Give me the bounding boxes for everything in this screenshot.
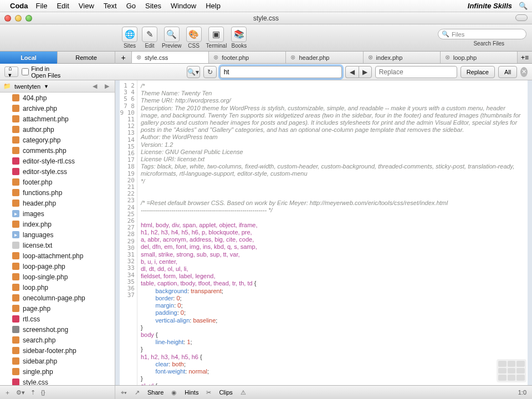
file-item[interactable]: header.php — [0, 198, 115, 208]
find-prev-button[interactable]: ◀ — [345, 66, 359, 78]
menu-file[interactable]: File — [36, 2, 48, 10]
find-input[interactable] — [220, 66, 342, 78]
share-label[interactable]: Share — [147, 389, 163, 396]
clips-label[interactable]: Clips — [219, 389, 232, 396]
toolbar-css[interactable]: 🎨CSS — [186, 27, 202, 49]
code-nav-button[interactable]: {} — [41, 389, 45, 396]
file-item[interactable]: onecolumn-page.php — [0, 293, 115, 303]
file-item[interactable]: editor-style-rtl.css — [0, 156, 115, 166]
file-item[interactable]: ▸images — [0, 208, 115, 219]
file-item[interactable]: license.txt — [0, 240, 115, 250]
sidebar-nav-back[interactable]: ⌂ ▾ — [4, 66, 18, 77]
find-options-button[interactable]: 🔍▾ — [187, 66, 200, 78]
file-tab-add[interactable]: +≡ — [518, 52, 532, 63]
file-item[interactable]: loop.php — [0, 282, 115, 293]
file-tab[interactable]: ⊗index.php — [364, 52, 441, 63]
file-item[interactable]: category.php — [0, 135, 115, 145]
replace-button[interactable]: Replace — [461, 66, 495, 78]
toolbar-books[interactable]: 📚Books — [231, 27, 247, 49]
find-wrap-button[interactable]: ↻ — [203, 66, 217, 78]
sidebar-nav-prev[interactable]: ◀ — [90, 83, 99, 90]
menu-help[interactable]: Help — [206, 2, 221, 10]
close-tab-icon[interactable]: ⊗ — [290, 54, 295, 61]
clips-icon: ✂ — [206, 389, 211, 396]
code-content[interactable]: /* Theme Name: Twenty Ten Theme URI: htt… — [137, 80, 528, 386]
replace-all-button[interactable]: All — [498, 66, 517, 78]
toolbar-terminal[interactable]: ▣Terminal — [206, 27, 227, 49]
editor-scrollbar[interactable] — [528, 80, 532, 386]
close-tab-icon[interactable]: ⊗ — [368, 54, 373, 61]
file-item[interactable]: loop-attachment.php — [0, 250, 115, 261]
file-item-name: functions.php — [23, 189, 62, 197]
file-item[interactable]: sidebar.php — [0, 356, 115, 366]
file-item[interactable]: page.php — [0, 303, 115, 314]
search-files-input[interactable]: 🔍 Files — [438, 29, 526, 39]
file-tab[interactable]: ⊗loop.php — [441, 52, 518, 63]
menu-window[interactable]: Window — [171, 2, 196, 10]
location-tab-local[interactable]: Local — [0, 52, 58, 64]
file-item-name: page.php — [23, 305, 50, 313]
sidebar-nav-next[interactable]: ▶ — [103, 83, 111, 90]
file-item[interactable]: loop-single.php — [0, 272, 115, 282]
php-icon — [12, 305, 19, 312]
menu-text[interactable]: Text — [104, 2, 117, 10]
close-tab-icon[interactable]: ⊗ — [136, 54, 141, 61]
close-tab-icon[interactable]: ⊗ — [213, 54, 218, 61]
replace-input[interactable] — [375, 66, 457, 78]
find-in-open-files-check[interactable] — [22, 68, 29, 75]
file-tab[interactable]: ⊗footer.php — [209, 52, 286, 63]
file-item[interactable]: single.php — [0, 366, 115, 377]
file-item-name: footer.php — [23, 178, 52, 186]
file-item[interactable]: functions.php — [0, 187, 115, 198]
hints-label[interactable]: Hints — [185, 389, 198, 396]
system-menubar: Coda File Edit View Text Go Sites Window… — [0, 0, 532, 12]
symbol-popup-button[interactable]: ⌖▾ — [121, 389, 127, 396]
file-item-name: 404.php — [23, 94, 47, 102]
spotlight-icon[interactable]: 🔍 — [519, 2, 528, 10]
file-item[interactable]: sidebar-footer.php — [0, 345, 115, 356]
file-item[interactable]: loop-page.php — [0, 261, 115, 272]
toolbar-toggle-button[interactable] — [515, 14, 528, 21]
file-item[interactable]: 404.php — [0, 93, 115, 103]
file-item[interactable]: screenshot.png — [0, 324, 115, 335]
location-tab-add[interactable]: + — [115, 52, 132, 64]
file-item-name: loop.php — [23, 284, 48, 291]
close-findbar-button[interactable]: ✕ — [520, 67, 528, 77]
find-next-button[interactable]: ▶ — [359, 66, 372, 78]
file-item[interactable]: archive.php — [0, 103, 115, 114]
menu-view[interactable]: View — [79, 2, 94, 10]
toolbar-sites[interactable]: 🌐Sites — [122, 27, 137, 49]
publish-button[interactable]: ⇡ — [30, 389, 35, 396]
file-item[interactable]: attachment.php — [0, 114, 115, 124]
file-tab[interactable]: ⊗style.css — [132, 52, 209, 63]
php-icon — [12, 221, 19, 228]
file-item[interactable]: ▸languages — [0, 229, 115, 240]
toolbar-edit[interactable]: ✎Edit — [142, 27, 157, 49]
file-item[interactable]: author.php — [0, 124, 115, 135]
toolbar-item-label: Preview — [162, 43, 182, 49]
code-editor[interactable]: 1 2 3 4 5 6 7 8 9 10 11 12 13 14 15 16 1… — [120, 80, 532, 386]
warning-icon[interactable]: ⚠ — [241, 389, 246, 396]
location-tab-remote[interactable]: Remote — [58, 52, 115, 64]
file-item[interactable]: footer.php — [0, 177, 115, 187]
close-tab-icon[interactable]: ⊗ — [445, 54, 450, 61]
sidebar-scrollbar[interactable] — [115, 80, 120, 386]
file-item[interactable]: comments.php — [0, 145, 115, 156]
menu-sites[interactable]: Sites — [145, 2, 161, 10]
find-in-open-files-checkbox[interactable]: Find in Open Files — [22, 65, 64, 79]
file-item-name: onecolumn-page.php — [23, 294, 85, 302]
menu-go[interactable]: Go — [126, 2, 136, 10]
file-item-name: rtl.css — [23, 315, 40, 323]
sidebar-header[interactable]: 📁 twentyten ▼ ◀ ▶ — [0, 80, 115, 93]
file-item[interactable]: editor-style.css — [0, 166, 115, 177]
action-menu-button[interactable]: ⚙︎▾ — [16, 389, 25, 396]
file-item[interactable]: index.php — [0, 219, 115, 229]
window-titlebar: style.css — [0, 12, 532, 24]
file-item[interactable]: rtl.css — [0, 314, 115, 324]
app-name[interactable]: Coda — [10, 2, 28, 10]
file-item[interactable]: search.php — [0, 335, 115, 345]
add-file-button[interactable]: ＋ — [4, 388, 11, 397]
toolbar-preview[interactable]: 🔍Preview — [162, 27, 182, 49]
file-tab[interactable]: ⊗header.php — [286, 52, 363, 63]
menu-edit[interactable]: Edit — [57, 2, 69, 10]
